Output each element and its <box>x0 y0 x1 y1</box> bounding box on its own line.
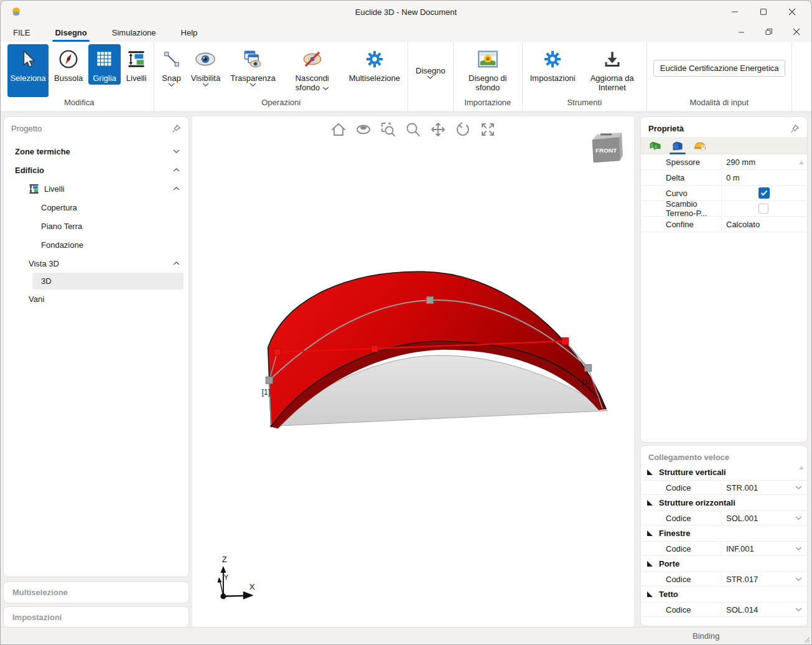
inner-window-controls <box>735 26 803 38</box>
home-view-button[interactable] <box>330 121 347 138</box>
properties-grid: Spessore 290 mm Delta 0 m Curvo Scambio … <box>641 154 807 232</box>
eye-icon <box>195 51 216 67</box>
project-tree: Zone termiche Edificio Livelli Copertura… <box>4 142 189 308</box>
section-finestre[interactable]: Finestre <box>641 525 807 542</box>
tree-item-vani[interactable]: Vani <box>4 290 189 308</box>
multiselezione-button[interactable]: Multiselezione <box>345 44 404 85</box>
ribbon-group-modifica: Seleziona Bussola Griglia <box>4 42 154 111</box>
tree-item-livelli[interactable]: Livelli <box>4 179 189 198</box>
gray-handle-top[interactable] <box>426 297 433 304</box>
impostazioni-button[interactable]: Impostazioni <box>526 44 580 85</box>
maximize-button[interactable] <box>749 1 778 23</box>
curvo-checkbox[interactable] <box>758 187 770 199</box>
viewport-3d-scene[interactable]: [1] [1] Z Y X <box>192 116 634 628</box>
str-orizzontali-codice-value[interactable]: SOL.001 <box>726 514 758 523</box>
close-button[interactable] <box>778 1 806 23</box>
codice-row: Codice INF.001 <box>641 542 807 556</box>
confine-value[interactable]: Calcolato <box>722 217 807 232</box>
snap-button[interactable]: Snap <box>157 44 185 88</box>
tab-construction[interactable] <box>692 138 708 154</box>
tree-item-edificio[interactable]: Edificio <box>4 161 189 179</box>
chevron-down-icon[interactable] <box>795 608 802 611</box>
chevron-down-icon[interactable] <box>795 577 802 581</box>
tree-item-fondazione[interactable]: Fondazione <box>4 235 189 254</box>
nascondi-sfondo-button[interactable]: Nascondi sfondo <box>281 44 343 94</box>
red-handle-mid[interactable] <box>371 345 378 352</box>
section-strutture-verticali[interactable]: Strutture verticali <box>641 464 807 481</box>
gear-icon <box>365 50 384 68</box>
impostazioni-panel[interactable]: Impostazioni <box>3 606 189 628</box>
minimize-button[interactable] <box>721 1 749 23</box>
ribbon-group-disegno: Disegno <box>408 42 454 111</box>
section-strutture-orizzontali[interactable]: Strutture orizzontali <box>641 495 807 511</box>
chevron-down-icon <box>202 83 209 87</box>
zoom-window-button[interactable] <box>380 121 397 138</box>
tab-geometry[interactable] <box>670 138 686 154</box>
section-porte[interactable]: Porte <box>641 556 807 572</box>
menu-disegno[interactable]: Disegno <box>54 26 88 40</box>
inner-minimize-button[interactable] <box>735 26 748 38</box>
property-row: Confine Calcolato <box>641 217 807 232</box>
rotate-view-button[interactable] <box>454 121 472 138</box>
codice-row: Codice STR.017 <box>641 572 807 586</box>
aggiorna-internet-button[interactable]: Aggiorna da Internet <box>581 44 643 94</box>
multiselezione-panel[interactable]: Multiselezione <box>3 581 189 603</box>
viewport-3d[interactable]: [1] [1] Z Y X <box>192 116 635 628</box>
eye-icon <box>355 121 371 138</box>
codice-row: Codice STR.001 <box>641 481 807 495</box>
str-verticali-codice-value[interactable]: STR.001 <box>726 483 758 492</box>
input-mode-select[interactable]: Euclide Certificazione Energetica <box>653 60 785 77</box>
pan-button[interactable] <box>429 121 447 138</box>
title-bar: Euclide 3D - New Document <box>1 1 811 23</box>
tree-item-piano-terra[interactable]: Piano Terra <box>4 217 189 235</box>
viewport-toolbar <box>192 121 634 138</box>
red-handle-left[interactable] <box>274 349 281 355</box>
fullscreen-button[interactable] <box>479 121 497 138</box>
ribbon-group-label: Strumenti <box>525 98 644 111</box>
pin-icon[interactable] <box>790 124 800 133</box>
chevron-down-icon[interactable] <box>795 486 802 489</box>
menu-file[interactable]: FILE <box>12 26 31 40</box>
tab-structures[interactable] <box>647 138 663 154</box>
gray-handle-right[interactable] <box>585 364 592 371</box>
bussola-button[interactable]: Bussola <box>50 44 87 85</box>
gray-handle-left[interactable] <box>266 377 273 384</box>
axis-label-x: X <box>250 582 255 591</box>
inner-restore-button[interactable] <box>763 26 775 38</box>
zoom-button[interactable] <box>404 121 422 138</box>
seleziona-button[interactable]: Seleziona <box>7 44 49 97</box>
expanded-triangle-icon <box>647 561 653 567</box>
porte-codice-value[interactable]: STR.017 <box>726 575 758 584</box>
disegno-di-sfondo-button[interactable]: Disegno di sfondo <box>457 44 519 94</box>
spessore-value[interactable]: 290 mm <box>722 154 807 169</box>
trasparenza-button[interactable]: Trasparenza <box>226 44 280 88</box>
pin-icon[interactable] <box>172 124 181 133</box>
delta-value[interactable]: 0 m <box>722 170 807 185</box>
tree-item-copertura[interactable]: Copertura <box>4 198 189 217</box>
red-handle-right[interactable] <box>562 337 569 344</box>
chevron-down-icon[interactable] <box>795 547 802 550</box>
section-tetto[interactable]: Tetto <box>641 586 807 603</box>
chevron-down-icon[interactable] <box>795 516 802 520</box>
zoom-window-icon <box>380 121 396 138</box>
scrollbar-up-arrow[interactable] <box>799 466 804 469</box>
livelli-button[interactable]: Livelli <box>122 44 151 85</box>
ribbon-group-label <box>411 98 450 111</box>
menu-simulazione[interactable]: Simulazione <box>111 26 157 40</box>
tree-item-vista-3d[interactable]: Vista 3D <box>4 254 189 273</box>
tree-item-3d[interactable]: 3D <box>32 273 184 290</box>
app-window: Euclide 3D - New Document FILE Disegno S… <box>0 0 812 645</box>
inner-close-button[interactable] <box>790 26 803 38</box>
griglia-button[interactable]: Griglia <box>88 44 121 85</box>
resize-grip[interactable] <box>803 636 810 643</box>
visibilita-button[interactable]: Visibilità <box>187 44 225 88</box>
property-row: Spessore 290 mm <box>641 154 807 170</box>
tree-item-zone-termiche[interactable]: Zone termiche <box>4 142 189 161</box>
scambio-terreno-checkbox[interactable] <box>758 204 768 214</box>
menu-help[interactable]: Help <box>180 26 199 40</box>
disegno-dropdown-button[interactable]: Disegno <box>411 44 450 97</box>
tetto-codice-value[interactable]: SOL.014 <box>726 605 758 614</box>
visibility-view-button[interactable] <box>355 121 372 138</box>
finestre-codice-value[interactable]: INF.001 <box>726 544 754 553</box>
chevron-up-icon <box>173 168 180 172</box>
